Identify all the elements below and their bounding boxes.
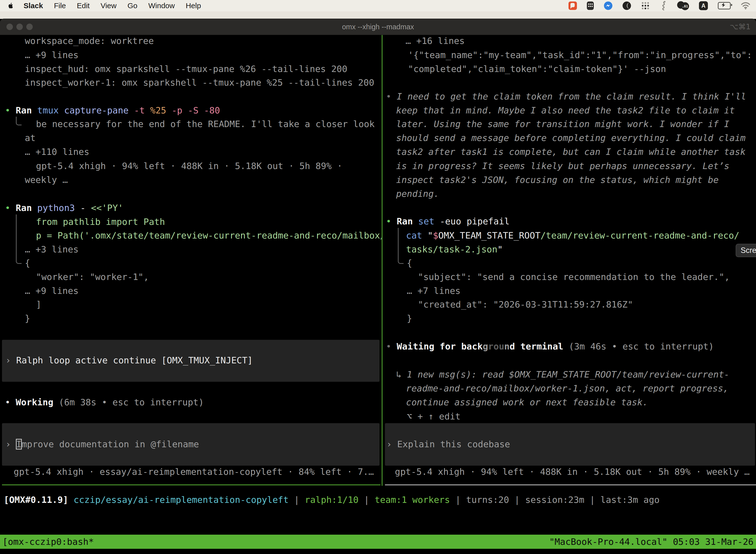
window-title-bar[interactable]: omx --xhigh --madmax ⌥⌘1 xyxy=(0,19,756,35)
messenger-icon[interactable] xyxy=(604,0,613,11)
dragon-icon[interactable] xyxy=(660,0,667,11)
menu-help[interactable]: Help xyxy=(186,1,201,10)
menu-file[interactable]: File xyxy=(54,1,66,10)
a-key-icon[interactable]: A xyxy=(699,0,708,11)
menu-status-icons: ..61 A xyxy=(568,0,751,11)
menu-app-name[interactable]: Slack xyxy=(23,1,43,10)
menu-go[interactable]: Go xyxy=(127,1,137,10)
slack-notification-icon[interactable] xyxy=(568,0,577,11)
menu-view[interactable]: View xyxy=(101,1,116,10)
battery-charging-icon[interactable] xyxy=(718,0,731,11)
tmux-status-bar[interactable]: [omx-cczip0:bash* "MacBook-Pro-44.local"… xyxy=(0,535,756,549)
moon-icon[interactable] xyxy=(623,0,631,11)
authenticator-icon[interactable] xyxy=(587,0,594,11)
stack-badge-icon[interactable]: ..61 xyxy=(677,1,689,10)
screen-tooltip: Scre xyxy=(736,244,756,257)
menu-bar: Slack FileEditViewGoWindowHelp xyxy=(0,0,756,11)
apps-grid-icon[interactable] xyxy=(641,0,650,11)
window-title: omx --xhigh --madmax xyxy=(0,19,756,35)
tmux-host-clock: "MacBook-Pro-44.local" 05:03 31-Mar-26 xyxy=(549,535,754,549)
badge-count: ..61 xyxy=(681,2,689,10)
screenshot-root: Slack FileEditViewGoWindowHelp xyxy=(0,0,756,554)
desktop-background xyxy=(0,11,756,19)
apple-icon xyxy=(7,2,14,10)
apple-menu[interactable] xyxy=(7,2,14,10)
window-shortcut-hint: ⌥⌘1 xyxy=(730,19,751,35)
menu-edit[interactable]: Edit xyxy=(77,1,90,10)
tmux-session-window: [omx-cczip0:bash* xyxy=(2,535,94,549)
menu-window[interactable]: Window xyxy=(148,1,175,10)
wifi-icon[interactable] xyxy=(741,0,751,11)
omx-status-line: [OMX#0.11.9] cczip/essay/ai-reimplementa… xyxy=(4,493,659,507)
statusline-layer: [OMX#0.11.9] cczip/essay/ai-reimplementa… xyxy=(0,0,756,554)
